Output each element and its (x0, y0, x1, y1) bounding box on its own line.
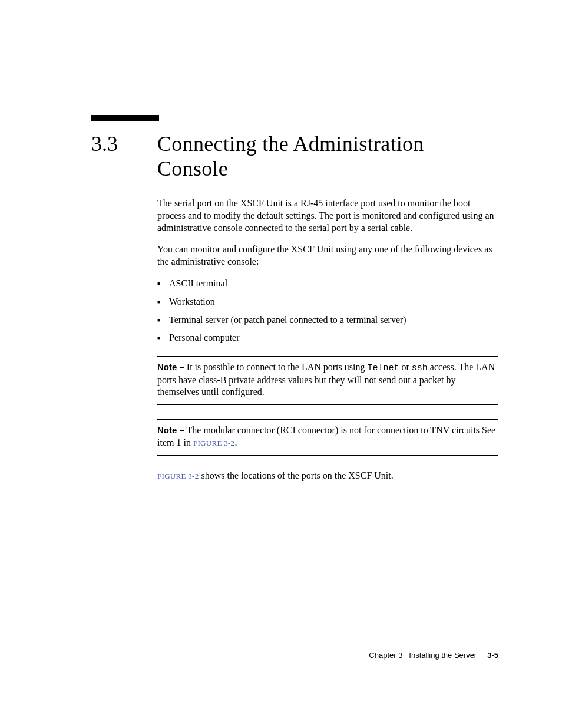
bullet-list: ASCII terminal Workstation Terminal serv… (157, 278, 498, 344)
section-title: Connecting the Administration Console (157, 131, 498, 181)
footer-page-number: 3-5 (487, 651, 498, 660)
footer-title: Installing the Server (409, 651, 477, 660)
note-block-1: Note – It is possible to connect to the … (157, 356, 498, 405)
note-text: . (234, 437, 237, 447)
figure-link[interactable]: FIGURE 3-2 (157, 472, 199, 480)
note-label: Note – (157, 362, 184, 372)
list-item: Personal computer (157, 332, 498, 344)
paragraph-text: shows the locations of the ports on the … (199, 470, 394, 480)
figure-link[interactable]: FIGURE 3-2 (193, 439, 235, 447)
heading-bar (91, 115, 159, 121)
paragraph-3: FIGURE 3-2 shows the locations of the po… (157, 470, 498, 482)
list-item: ASCII terminal (157, 278, 498, 290)
paragraph-2: You can monitor and configure the XSCF U… (157, 243, 498, 268)
note-text: or (399, 362, 412, 372)
body-content: The serial port on the XSCF Unit is a RJ… (157, 197, 498, 482)
note-text: It is possible to connect to the LAN por… (184, 362, 368, 372)
mono-text: ssh (412, 363, 428, 373)
section-heading: 3.3 Connecting the Administration Consol… (91, 131, 498, 181)
footer-chapter: Chapter 3 (369, 651, 402, 660)
list-item: Terminal server (or patch panel connecte… (157, 314, 498, 327)
paragraph-1: The serial port on the XSCF Unit is a RJ… (157, 197, 498, 234)
note-block-2: Note – The modular connector (RCI connec… (157, 419, 498, 456)
page-footer: Chapter 3 Installing the Server3-5 (369, 651, 498, 660)
note-label: Note – (157, 425, 184, 435)
mono-text: Telnet (367, 363, 399, 373)
list-item: Workstation (157, 296, 498, 308)
section-number: 3.3 (91, 131, 157, 156)
